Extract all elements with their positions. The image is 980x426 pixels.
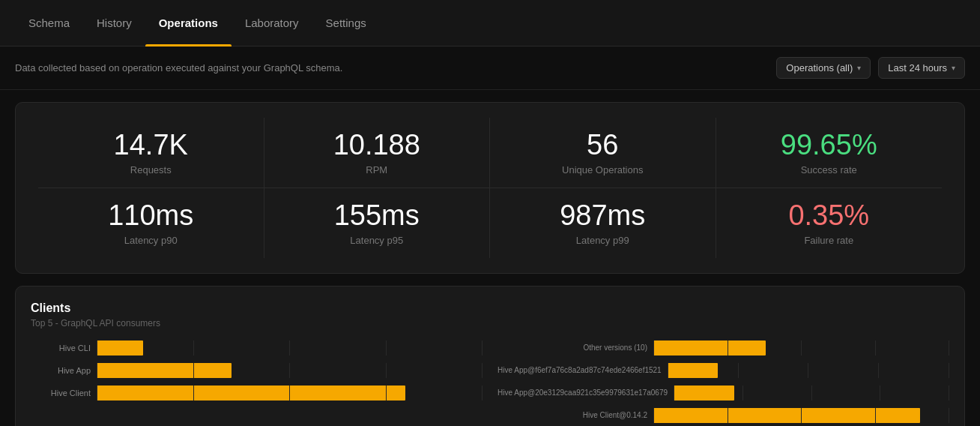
tab-laboratory[interactable]: Laboratory — [232, 0, 312, 46]
operations-filter-button[interactable]: Operations (all) ▾ — [776, 57, 871, 79]
stat-latency-p95-label: Latency p95 — [279, 235, 475, 246]
stat-rpm-label: RPM — [279, 164, 475, 176]
stat-latency-p95: 155ms Latency p95 — [264, 188, 491, 258]
stat-requests-label: Requests — [53, 164, 249, 176]
bar-fill — [653, 408, 920, 423]
bar-row: Hive App@f6ef7a76c8a2ad87c74ede2466ef152… — [497, 363, 949, 378]
stat-failure-rate: 0.35% Failure rate — [716, 188, 943, 258]
subheader-description: Data collected based on operation execut… — [15, 62, 342, 74]
chart-container: Hive CLI Hive App — [31, 340, 949, 423]
left-chart: Hive CLI Hive App — [31, 340, 483, 423]
bar-row: Hive CLI — [31, 340, 483, 356]
clients-title: Clients — [31, 302, 949, 315]
bar-row: Hive App@20e3129caa921c35e9979631e17a067… — [497, 386, 949, 400]
bar-label: Hive App@f6ef7a76c8a2ad87c74ede2466ef152… — [497, 366, 662, 374]
clients-section: Clients Top 5 - GraphQL API consumers Hi… — [15, 286, 965, 426]
bar-track-container — [97, 386, 483, 400]
subheader: Data collected based on operation execut… — [0, 46, 980, 90]
bar-label: Hive Client@0.14.2 — [497, 411, 647, 419]
stat-unique-ops-value: 56 — [505, 130, 701, 161]
bar-label: Hive App@20e3129caa921c35e9979631e17a067… — [497, 388, 668, 397]
tab-operations[interactable]: Operations — [145, 0, 232, 46]
clients-subtitle: Top 5 - GraphQL API consumers — [31, 318, 949, 328]
bar-track-container — [653, 408, 949, 423]
tab-history[interactable]: History — [83, 0, 145, 46]
bar-label: Hive CLI — [31, 344, 91, 352]
stat-failure-rate-value: 0.35% — [731, 200, 928, 232]
bar-fill — [653, 340, 766, 356]
bar-label: Other versions (10) — [497, 344, 647, 352]
bar-track-container — [653, 340, 949, 356]
bar-track-container — [674, 386, 949, 400]
bar-fill — [97, 386, 405, 400]
right-bar-chart: Other versions (10) Hive App@f6ef7a76c8a… — [497, 340, 949, 423]
tab-settings[interactable]: Settings — [312, 0, 380, 46]
stat-requests-value: 14.7K — [53, 130, 249, 161]
stat-success-rate: 99.65% Success rate — [716, 118, 943, 188]
bar-row: Hive App — [31, 363, 483, 378]
stat-latency-p90: 110ms Latency p90 — [38, 188, 264, 258]
left-bar-chart: Hive CLI Hive App — [31, 340, 483, 400]
bar-fill — [668, 363, 719, 378]
stats-card: 14.7K Requests 10.188 RPM 56 Unique Oper… — [15, 102, 965, 274]
stat-success-rate-label: Success rate — [731, 164, 928, 176]
bar-label: Hive App — [31, 366, 91, 375]
time-filter-button[interactable]: Last 24 hours ▾ — [878, 57, 965, 79]
bar-fill — [97, 340, 143, 356]
bar-track-container — [97, 340, 483, 356]
bar-track-container — [97, 363, 483, 378]
right-chart: Other versions (10) Hive App@f6ef7a76c8a… — [497, 340, 949, 423]
stat-latency-p99: 987ms Latency p99 — [490, 188, 716, 258]
stat-latency-p95-value: 155ms — [279, 200, 475, 232]
stat-failure-rate-label: Failure rate — [731, 235, 928, 246]
stat-latency-p90-value: 110ms — [53, 200, 249, 232]
time-filter-label: Last 24 hours — [888, 62, 947, 74]
bar-row: Hive Client — [31, 386, 483, 400]
stat-latency-p90-label: Latency p90 — [53, 235, 249, 246]
stat-rpm: 10.188 RPM — [264, 118, 491, 188]
tab-schema[interactable]: Schema — [15, 0, 83, 46]
bar-fill — [674, 386, 734, 400]
subheader-controls: Operations (all) ▾ Last 24 hours ▾ — [776, 57, 965, 79]
stat-latency-p99-value: 987ms — [505, 200, 701, 232]
stat-rpm-value: 10.188 — [279, 130, 475, 161]
time-filter-chevron-icon: ▾ — [952, 64, 955, 72]
main-nav: Schema History Operations Laboratory Set… — [0, 0, 980, 46]
stat-unique-ops-label: Unique Operations — [505, 164, 701, 176]
bar-row: Hive Client@0.14.2 — [497, 408, 949, 423]
operations-filter-label: Operations (all) — [786, 62, 853, 74]
bar-label: Hive Client — [31, 388, 91, 398]
stat-success-rate-value: 99.65% — [731, 130, 928, 161]
bar-row: Other versions (10) — [497, 340, 949, 356]
bar-fill — [97, 363, 232, 378]
operations-filter-chevron-icon: ▾ — [857, 64, 861, 72]
stat-latency-p99-label: Latency p99 — [505, 235, 701, 246]
stat-unique-ops: 56 Unique Operations — [490, 118, 716, 188]
stat-requests: 14.7K Requests — [38, 118, 264, 188]
bar-track-container — [668, 363, 949, 378]
